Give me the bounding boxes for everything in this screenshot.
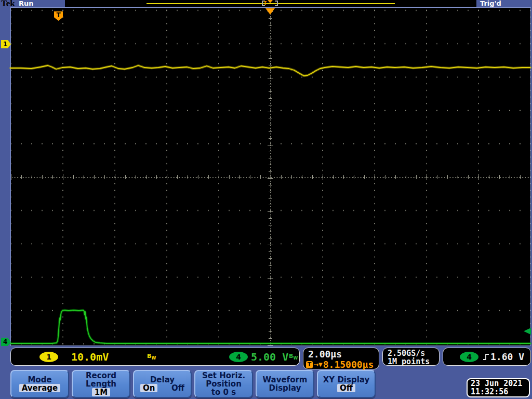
channel1-ground-marker[interactable]: 1 xyxy=(1,40,11,48)
trigger-readout-box: 4 1.60 V xyxy=(443,348,531,366)
menu-label: Record xyxy=(86,371,116,380)
menu-button-xy-display[interactable]: XY DisplayOff xyxy=(317,370,376,398)
menu-label: Set Horiz. xyxy=(202,371,245,380)
menu-label: Position xyxy=(206,380,242,388)
menu-button-set-horiz-position[interactable]: Set Horiz.Positionto 0 s xyxy=(194,370,253,398)
menu-button-delay[interactable]: DelayOnOff xyxy=(133,370,192,398)
menu-label[interactable]: Off xyxy=(171,384,184,392)
delay-readout: T → ▼ 8.15000µs xyxy=(306,359,374,370)
expansion-point-triangle-icon[interactable] xyxy=(265,8,275,15)
acquisition-readout-box: 2.50GS/s 1M points xyxy=(382,348,440,366)
menu-button-row: Display xyxy=(257,384,313,392)
graticule-screen xyxy=(10,7,531,346)
menu-option-selected: 1M xyxy=(92,388,110,396)
trigger-symbol-icon: T xyxy=(306,361,313,368)
menu-label: Waveform xyxy=(263,376,308,384)
menu-button-row: Average xyxy=(11,384,68,392)
menu-button-waveform-display[interactable]: WaveformDisplay xyxy=(256,370,314,398)
channel4-scale: 5.00 V xyxy=(251,351,288,363)
channel4-badge[interactable]: 4 xyxy=(229,352,248,362)
rising-edge-icon xyxy=(483,352,490,362)
menu-option-selected[interactable]: On xyxy=(140,384,157,392)
channel1-scale: 10.0mV xyxy=(71,351,109,363)
menu-label: Length xyxy=(86,380,116,388)
arrow-icon: → xyxy=(313,361,318,368)
menu-button-row: 1M xyxy=(73,388,129,396)
menu-option-selected: Average xyxy=(19,384,60,392)
waveform-record-view[interactable]: T xyxy=(65,0,476,7)
menu-button-row: Waveform xyxy=(257,376,313,384)
trigger-status: Trig'd xyxy=(480,0,501,7)
channel1-bandwidth-icon: BW xyxy=(147,353,156,361)
window-bracket-right-icon xyxy=(275,1,278,6)
menu-button-record-length[interactable]: RecordLength1M xyxy=(72,370,130,398)
menu-button-row: Off xyxy=(318,384,375,392)
record-waveform-line xyxy=(147,3,395,4)
datetime-box: 23 Jun 2021 11:32:56 xyxy=(467,378,530,397)
menu-button-row: Delay xyxy=(134,376,191,384)
acquisition-status: Run xyxy=(19,0,34,7)
menu-label: Mode xyxy=(28,376,51,384)
menu-button-row: XY Display xyxy=(318,376,375,384)
menu-button-row: Mode xyxy=(11,376,68,384)
menu-button-row: to 0 s xyxy=(195,388,252,396)
menu-label: to 0 s xyxy=(211,388,236,396)
channel-readout-box: 1 10.0mV BW 4 5.00 V BW xyxy=(10,348,300,366)
menu-button-row: Length xyxy=(73,380,129,388)
menu-button-row: OnOff xyxy=(134,384,191,392)
menu-button-row: Position xyxy=(195,380,252,388)
menu-label: XY Display xyxy=(323,376,370,384)
menu-label: Display xyxy=(269,384,301,392)
channel4-ground-marker[interactable]: 4 xyxy=(1,338,11,346)
date-label: 23 Jun 2021 xyxy=(471,379,529,388)
center-vertical-axis xyxy=(270,8,271,345)
trigger-source-badge[interactable]: 4 xyxy=(460,352,478,362)
trigger-level: 1.60 V xyxy=(490,351,524,362)
time-label: 11:32:56 xyxy=(471,388,529,396)
channel4-bandwidth-icon: BW xyxy=(289,353,298,361)
sample-rate: 2.50GS/s xyxy=(388,349,439,357)
channel1-badge[interactable]: 1 xyxy=(39,352,58,362)
horizontal-scale: 2.00µs xyxy=(308,349,342,360)
menu-label: Delay xyxy=(150,376,175,384)
record-length: 1M points xyxy=(388,357,439,366)
delay-marker-icon: ▼ xyxy=(318,362,323,367)
record-position-triangle-icon xyxy=(268,0,273,3)
menu-button-row: Record xyxy=(73,371,129,380)
record-trigger-icon: T xyxy=(263,0,267,7)
delay-time: 8.15000µs xyxy=(323,359,374,370)
menu-button-row: Set Horiz. xyxy=(195,371,252,380)
soft-menu-bar: ModeAverageRecordLength1MDelayOnOffSet H… xyxy=(10,370,376,398)
menu-button-mode[interactable]: ModeAverage xyxy=(10,370,69,398)
menu-option-selected: Off xyxy=(337,384,355,392)
horizontal-readout-box: 2.00µs T → ▼ 8.15000µs xyxy=(303,348,379,369)
